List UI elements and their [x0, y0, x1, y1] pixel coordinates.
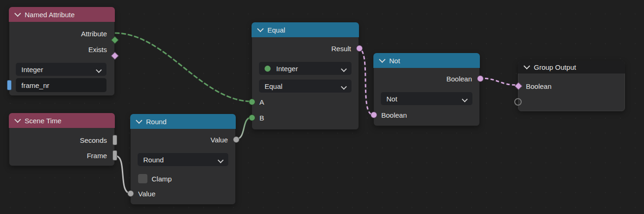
integer-type-icon — [265, 66, 271, 72]
socket-input-value[interactable] — [127, 190, 134, 197]
socket-input-a[interactable] — [249, 99, 255, 105]
node-title: Not — [389, 57, 400, 65]
chevron-down-icon — [341, 66, 347, 72]
output-row-frame: Frame — [9, 149, 114, 162]
output-row-attribute: Attribute — [9, 27, 114, 40]
dropdown-value: Not — [386, 95, 397, 103]
node-header[interactable]: Round — [130, 114, 236, 129]
dropdown-value: Integer — [21, 66, 43, 74]
dropdown-value: Equal — [265, 82, 282, 90]
node-round[interactable]: Round Value Round Clamp Value — [130, 114, 236, 205]
link-not-to-group-output[interactable] — [479, 78, 518, 85]
operation-dropdown[interactable]: Round — [138, 153, 228, 166]
output-label: Exists — [88, 46, 107, 54]
output-row-boolean: Boolean — [374, 72, 479, 85]
output-row-result: Result — [252, 42, 359, 55]
socket-input-b[interactable] — [249, 114, 255, 121]
node-named-attribute[interactable]: Named Attribute Attribute Exists Integer… — [9, 7, 115, 96]
clamp-checkbox[interactable] — [138, 174, 147, 183]
socket-input-boolean[interactable] — [371, 112, 377, 118]
link-result-to-boolean[interactable] — [358, 48, 373, 115]
node-title: Group Output — [534, 63, 576, 71]
input-row-b: B — [252, 111, 359, 124]
data-type-dropdown[interactable]: Integer — [16, 63, 106, 76]
node-header[interactable]: Named Attribute — [9, 7, 115, 22]
socket-output-boolean[interactable] — [477, 75, 484, 82]
node-title: Equal — [267, 26, 285, 34]
field-value: frame_nr — [21, 81, 49, 89]
chevron-down-icon — [462, 96, 468, 102]
socket-virtual[interactable] — [514, 98, 522, 106]
socket-output-seconds[interactable] — [113, 135, 117, 145]
chevron-down-icon — [218, 157, 224, 163]
input-row-boolean: Boolean — [518, 80, 624, 93]
clamp-label: Clamp — [152, 175, 172, 183]
link-frame-to-value[interactable] — [115, 156, 130, 193]
chevron-down-icon — [96, 67, 102, 73]
input-row-boolean: Boolean — [374, 108, 479, 121]
dropdown-value: Round — [143, 156, 164, 164]
operation-dropdown[interactable]: Equal — [259, 80, 352, 93]
input-label: B — [259, 114, 264, 122]
node-header[interactable]: Not — [373, 53, 480, 68]
collapse-chevron-icon[interactable] — [524, 63, 530, 69]
socket-output-value[interactable] — [233, 136, 239, 143]
collapse-chevron-icon[interactable] — [136, 117, 142, 124]
output-label: Boolean — [446, 75, 472, 83]
node-header[interactable]: Group Output — [518, 60, 625, 74]
node-header[interactable]: Equal — [252, 22, 359, 37]
input-row-value: Value — [131, 187, 235, 200]
socket-input-name[interactable] — [7, 80, 12, 90]
output-label: Seconds — [80, 136, 107, 144]
output-label: Frame — [87, 152, 107, 160]
node-title: Round — [146, 118, 166, 126]
output-row-seconds: Seconds — [9, 134, 114, 147]
link-attribute-to-a[interactable] — [115, 33, 252, 101]
output-label: Result — [331, 45, 351, 53]
collapse-chevron-icon[interactable] — [257, 26, 264, 32]
collapse-chevron-icon[interactable] — [14, 116, 21, 123]
chevron-down-icon — [341, 84, 347, 90]
input-label: Boolean — [381, 111, 407, 119]
link-value-to-b[interactable] — [236, 117, 252, 139]
socket-output-result[interactable] — [356, 45, 363, 52]
input-label: Value — [138, 190, 155, 198]
output-label: Attribute — [81, 30, 107, 38]
node-title: Scene Time — [25, 117, 61, 125]
collapse-chevron-icon[interactable] — [379, 56, 385, 63]
node-not[interactable]: Not Boolean Not Boolean — [373, 53, 480, 126]
output-row-exists: Exists — [9, 43, 114, 56]
node-title: Named Attribute — [25, 11, 75, 19]
collapse-chevron-icon[interactable] — [14, 10, 21, 17]
clamp-row: Clamp — [131, 172, 235, 185]
node-scene-time[interactable]: Scene Time Seconds Frame — [9, 113, 115, 166]
node-group-output[interactable]: Group Output Boolean — [518, 60, 625, 111]
output-row-value: Value — [131, 133, 235, 146]
data-type-dropdown[interactable]: Integer — [259, 62, 352, 75]
dropdown-value: Integer — [276, 65, 298, 73]
operation-dropdown[interactable]: Not — [381, 92, 472, 105]
input-label: A — [259, 98, 264, 106]
node-equal[interactable]: Equal Result Integer Equal A B — [252, 22, 359, 130]
node-header[interactable]: Scene Time — [9, 113, 115, 128]
socket-output-frame[interactable] — [113, 150, 117, 160]
output-label: Value — [211, 136, 228, 144]
attribute-name-field[interactable]: frame_nr — [16, 78, 106, 92]
input-row-a: A — [252, 95, 359, 108]
input-label: Boolean — [526, 82, 551, 90]
node-editor-canvas[interactable]: Named Attribute Attribute Exists Integer… — [0, 0, 644, 214]
